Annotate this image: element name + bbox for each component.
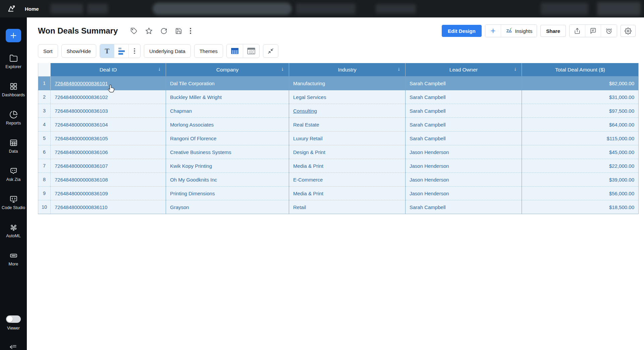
company-cell[interactable]: Creative Business Systems [166,145,289,159]
amount-cell[interactable]: $45,000.00 [522,145,639,159]
company-cell[interactable]: Printing Dimensions [166,187,289,200]
table-row[interactable]: 67264848000000836106Creative Business Sy… [38,145,639,159]
industry-cell[interactable]: E-Commerce [289,173,406,187]
company-cell[interactable]: Morlong Associates [166,118,289,132]
lead-owner-cell[interactable]: Sarah Campbell [406,118,522,132]
column-header-deal-id[interactable]: Deal ID↓ [51,63,166,77]
sidebar-item-code-studio[interactable]: Code Studio [0,195,27,210]
comments-button[interactable] [585,25,601,37]
industry-cell[interactable]: Consulting [289,104,406,118]
table-row[interactable]: 57264848000000836105Rangoni Of FlorenceL… [38,132,639,145]
industry-cell[interactable]: Retail [289,200,406,214]
deal-id-cell[interactable]: 7264848000000836105 [51,132,166,145]
lead-owner-cell[interactable]: Sarah Campbell [406,200,522,214]
industry-cell[interactable]: Luxury Retail [289,132,406,145]
lead-owner-cell[interactable]: Sarah Campbell [406,90,522,104]
sort-down-icon[interactable]: ↓ [514,66,517,71]
amount-cell[interactable]: $97,500.00 [522,104,639,118]
deal-id-cell[interactable]: 7264848000000836107 [51,159,166,173]
company-cell[interactable]: Chapman [166,104,289,118]
settings-button[interactable] [621,25,636,37]
amount-cell[interactable]: $22,000.00 [522,159,639,173]
collapse-view-button[interactable] [263,44,278,58]
sidebar-item-ask-zia[interactable]: Ask Zia [0,167,27,182]
lead-owner-cell[interactable]: Jason Henderson [406,187,522,200]
deal-id-cell[interactable]: 7264848000000836102 [51,90,166,104]
underlying-data-button[interactable]: Underlying Data [144,44,191,58]
deal-id-cell[interactable]: 7264848000000836106 [51,145,166,159]
lead-owner-cell[interactable]: Jason Henderson [406,173,522,187]
deal-id-cell[interactable]: 7264848000000836104 [51,118,166,132]
column-header-lead-owner[interactable]: Lead Owner↓ [406,63,522,77]
table-row[interactable]: 47264848000000836104Morlong AssociatesRe… [38,118,639,132]
lead-owner-cell[interactable]: Sarah Campbell [406,77,522,90]
table-row[interactable]: 37264848000000836103ChapmanConsultingSar… [38,104,639,118]
tag-icon[interactable] [130,28,138,35]
text-format-tool[interactable]: T [100,44,114,58]
sidebar-item-automl[interactable]: AutoML [0,223,27,238]
grid-view-toggle[interactable] [227,44,243,58]
deal-id-cell[interactable]: 7264848000000836110 [51,200,166,214]
deal-id-cell[interactable]: 7264848000000836101 [51,77,166,90]
amount-cell[interactable]: $18,500.00 [522,200,639,214]
industry-cell[interactable]: Design & Print [289,145,406,159]
edit-design-button[interactable]: Edit Design [442,25,482,37]
amount-cell[interactable]: $31,000.00 [522,90,639,104]
insights-button[interactable]: Insights [501,25,537,37]
zoho-analytics-logo-icon[interactable] [7,4,17,14]
amount-cell[interactable]: $39,000.00 [522,173,639,187]
export-button[interactable] [570,25,585,37]
table-row[interactable]: 77264848000000836107Kwik Kopy PrintingMe… [38,159,639,173]
collapse-sidebar-arrow-icon[interactable] [9,344,18,350]
schedule-alert-button[interactable] [601,25,617,37]
pivot-view-toggle[interactable] [243,44,259,58]
company-cell[interactable]: Kwik Kopy Printing [166,159,289,173]
sort-button[interactable]: Sort [38,44,58,58]
tab-home[interactable]: Home [25,6,39,12]
deal-id-cell[interactable]: 7264848000000836103 [51,104,166,118]
sidebar-item-explorer[interactable]: Explorer [0,54,27,69]
conditional-bars-tool[interactable] [114,44,129,58]
format-more-kebab[interactable] [129,44,140,58]
sidebar-item-reports[interactable]: Reports [0,110,27,126]
industry-cell[interactable]: Legal Services [289,90,406,104]
table-row[interactable]: 27264848000000836102Buckley Miller & Wri… [38,90,639,104]
industry-cell[interactable]: Media & Print [289,187,406,200]
company-cell[interactable]: Oh My Goodknits Inc [166,173,289,187]
lead-owner-cell[interactable]: Sarah Campbell [406,132,522,145]
sort-down-icon[interactable]: ↓ [398,66,400,71]
show-hide-button[interactable]: Show/Hide [61,44,97,58]
sort-down-icon[interactable]: ↓ [281,66,284,71]
column-header-company[interactable]: Company↓ [166,63,289,77]
themes-button[interactable]: Themes [194,44,223,58]
amount-cell[interactable]: $115,000.00 [522,132,639,145]
share-button[interactable]: Share [540,25,566,37]
add-view-button[interactable] [485,25,501,37]
favorite-star-icon[interactable] [145,27,153,35]
sidebar-item-dashboards[interactable]: Dashboards [0,82,27,97]
deal-id-cell[interactable]: 7264848000000836109 [51,187,166,200]
industry-cell[interactable]: Manufacturing [289,77,406,90]
company-cell[interactable]: Dal Tile Corporation [166,77,289,90]
company-cell[interactable]: Rangoni Of Florence [166,132,289,145]
column-header-amount[interactable]: Total Deal Amount ($) [522,63,639,77]
company-cell[interactable]: Buckley Miller & Wright [166,90,289,104]
sidebar-item-more[interactable]: More [0,251,27,266]
amount-cell[interactable]: $56,000.00 [522,187,639,200]
table-row[interactable]: 107264848000000836110GraysonRetailSarah … [38,200,639,214]
deal-id-cell[interactable]: 7264848000000836108 [51,173,166,187]
lead-owner-cell[interactable]: Sarah Campbell [406,104,522,118]
lead-owner-cell[interactable]: Jason Henderson [406,145,522,159]
sidebar-item-data[interactable]: Data [0,139,27,154]
company-cell[interactable]: Grayson [166,200,289,214]
viewer-toggle[interactable] [6,315,21,323]
column-header-industry[interactable]: Industry↓ [289,63,406,77]
table-row[interactable]: 97264848000000836109Printing DimensionsM… [38,187,639,200]
table-row[interactable]: 87264848000000836108Oh My Goodknits IncE… [38,173,639,187]
industry-cell[interactable]: Real Estate [289,118,406,132]
industry-cell[interactable]: Media & Print [289,159,406,173]
amount-cell[interactable]: $82,000.00 [522,77,639,90]
table-row[interactable]: 17264848000000836101Dal Tile Corporation… [38,77,639,90]
amount-cell[interactable]: $64,000.00 [522,118,639,132]
sort-down-icon[interactable]: ↓ [158,66,161,71]
